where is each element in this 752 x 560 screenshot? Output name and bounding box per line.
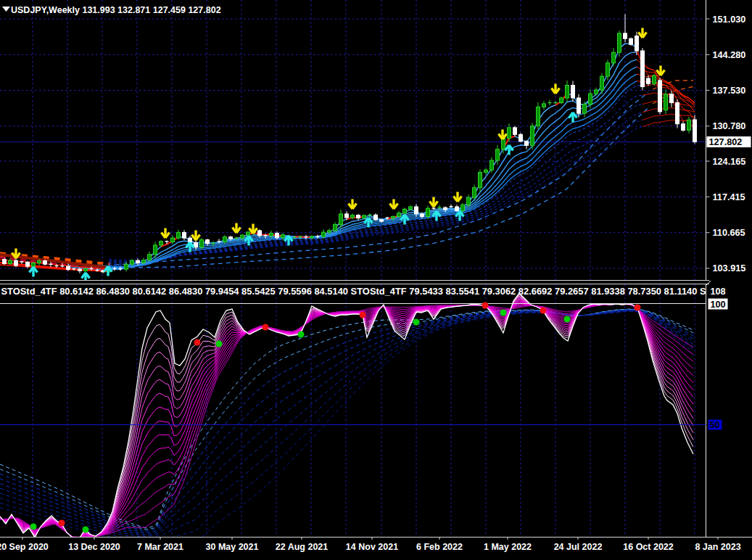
svg-text:108: 108: [711, 287, 726, 297]
svg-text:13 Dec 2020: 13 Dec 2020: [68, 542, 120, 552]
svg-text:137.530: 137.530: [713, 86, 746, 96]
svg-text:24 Jul 2022: 24 Jul 2022: [554, 542, 603, 552]
svg-text:144.280: 144.280: [713, 50, 746, 60]
svg-text:STOStd_4TF 80.6142 86.4830 80.: STOStd_4TF 80.6142 86.4830 80.6142 86.48…: [1, 286, 712, 297]
svg-text:16 Oct 2022: 16 Oct 2022: [623, 542, 674, 552]
svg-text:30 May 2021: 30 May 2021: [206, 542, 259, 552]
svg-text:50: 50: [710, 420, 720, 430]
svg-text:103.915: 103.915: [713, 263, 746, 273]
svg-text:100: 100: [711, 300, 726, 310]
svg-text:124.165: 124.165: [713, 157, 746, 167]
svg-text:6 Feb 2022: 6 Feb 2022: [416, 542, 463, 552]
svg-text:151.030: 151.030: [713, 15, 746, 25]
svg-text:14 Nov 2021: 14 Nov 2021: [346, 542, 398, 552]
svg-text:8 Jan 2023: 8 Jan 2023: [695, 542, 740, 552]
svg-text:127.802: 127.802: [709, 137, 743, 147]
svg-text:130.780: 130.780: [713, 121, 746, 131]
svg-text:110.665: 110.665: [713, 228, 745, 238]
svg-text:117.415: 117.415: [713, 192, 745, 202]
svg-text:22 Aug 2021: 22 Aug 2021: [276, 542, 329, 552]
svg-text:20 Sep 2020: 20 Sep 2020: [0, 542, 49, 552]
svg-text:USDJPY,Weekly 131.993 132.871: USDJPY,Weekly 131.993 132.871 127.459 12…: [11, 5, 221, 15]
svg-text:7 Mar 2021: 7 Mar 2021: [137, 542, 183, 552]
svg-text:1 May 2022: 1 May 2022: [484, 542, 532, 552]
